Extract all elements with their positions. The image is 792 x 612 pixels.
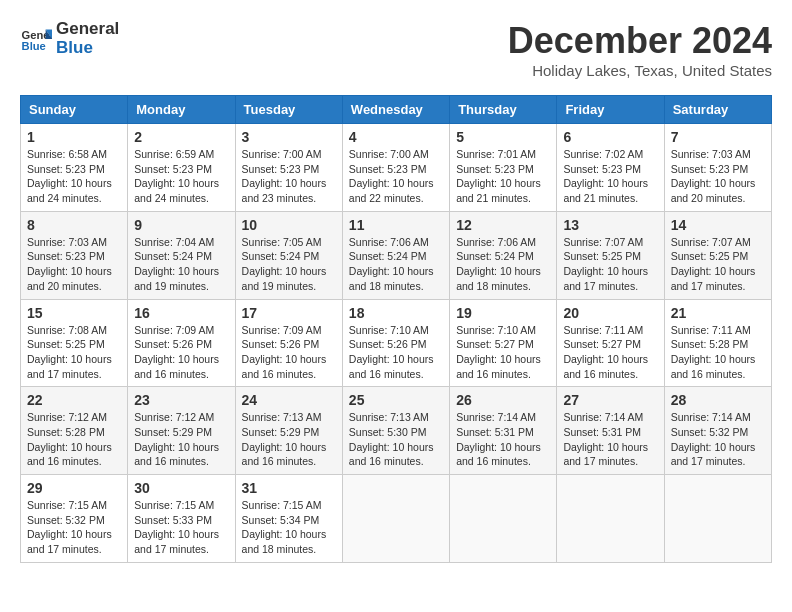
month-title: December 2024 [508, 20, 772, 62]
calendar-cell: 17 Sunrise: 7:09 AM Sunset: 5:26 PM Dayl… [235, 299, 342, 387]
calendar-header-monday: Monday [128, 96, 235, 124]
day-info: Sunrise: 7:10 AM Sunset: 5:27 PM Dayligh… [456, 323, 550, 382]
day-info: Sunrise: 7:00 AM Sunset: 5:23 PM Dayligh… [349, 147, 443, 206]
calendar-cell: 3 Sunrise: 7:00 AM Sunset: 5:23 PM Dayli… [235, 124, 342, 212]
calendar-cell: 20 Sunrise: 7:11 AM Sunset: 5:27 PM Dayl… [557, 299, 664, 387]
calendar-cell [664, 475, 771, 563]
day-number: 31 [242, 480, 336, 496]
day-info: Sunrise: 7:14 AM Sunset: 5:31 PM Dayligh… [563, 410, 657, 469]
day-number: 19 [456, 305, 550, 321]
calendar-cell: 29 Sunrise: 7:15 AM Sunset: 5:32 PM Dayl… [21, 475, 128, 563]
svg-text:Blue: Blue [22, 40, 46, 52]
calendar-cell [557, 475, 664, 563]
logo-line1: General [56, 20, 119, 39]
day-number: 26 [456, 392, 550, 408]
day-info: Sunrise: 7:00 AM Sunset: 5:23 PM Dayligh… [242, 147, 336, 206]
calendar-cell: 27 Sunrise: 7:14 AM Sunset: 5:31 PM Dayl… [557, 387, 664, 475]
calendar-header-thursday: Thursday [450, 96, 557, 124]
day-info: Sunrise: 6:59 AM Sunset: 5:23 PM Dayligh… [134, 147, 228, 206]
calendar-cell: 30 Sunrise: 7:15 AM Sunset: 5:33 PM Dayl… [128, 475, 235, 563]
location-title: Holiday Lakes, Texas, United States [508, 62, 772, 79]
day-info: Sunrise: 7:11 AM Sunset: 5:28 PM Dayligh… [671, 323, 765, 382]
calendar-cell: 15 Sunrise: 7:08 AM Sunset: 5:25 PM Dayl… [21, 299, 128, 387]
calendar-cell: 1 Sunrise: 6:58 AM Sunset: 5:23 PM Dayli… [21, 124, 128, 212]
day-info: Sunrise: 7:15 AM Sunset: 5:33 PM Dayligh… [134, 498, 228, 557]
day-number: 4 [349, 129, 443, 145]
calendar-header-row: SundayMondayTuesdayWednesdayThursdayFrid… [21, 96, 772, 124]
calendar-cell: 8 Sunrise: 7:03 AM Sunset: 5:23 PM Dayli… [21, 211, 128, 299]
logo: General Blue General Blue [20, 20, 119, 57]
calendar-header-saturday: Saturday [664, 96, 771, 124]
calendar-cell: 10 Sunrise: 7:05 AM Sunset: 5:24 PM Dayl… [235, 211, 342, 299]
day-info: Sunrise: 7:06 AM Sunset: 5:24 PM Dayligh… [349, 235, 443, 294]
day-number: 12 [456, 217, 550, 233]
day-info: Sunrise: 7:04 AM Sunset: 5:24 PM Dayligh… [134, 235, 228, 294]
day-info: Sunrise: 7:03 AM Sunset: 5:23 PM Dayligh… [671, 147, 765, 206]
calendar-cell: 18 Sunrise: 7:10 AM Sunset: 5:26 PM Dayl… [342, 299, 449, 387]
day-info: Sunrise: 7:14 AM Sunset: 5:31 PM Dayligh… [456, 410, 550, 469]
calendar-cell: 23 Sunrise: 7:12 AM Sunset: 5:29 PM Dayl… [128, 387, 235, 475]
day-number: 21 [671, 305, 765, 321]
calendar-week-1: 1 Sunrise: 6:58 AM Sunset: 5:23 PM Dayli… [21, 124, 772, 212]
day-number: 2 [134, 129, 228, 145]
calendar-cell [450, 475, 557, 563]
day-number: 11 [349, 217, 443, 233]
day-info: Sunrise: 7:10 AM Sunset: 5:26 PM Dayligh… [349, 323, 443, 382]
calendar-cell: 12 Sunrise: 7:06 AM Sunset: 5:24 PM Dayl… [450, 211, 557, 299]
day-info: Sunrise: 7:15 AM Sunset: 5:32 PM Dayligh… [27, 498, 121, 557]
day-info: Sunrise: 7:07 AM Sunset: 5:25 PM Dayligh… [671, 235, 765, 294]
day-number: 6 [563, 129, 657, 145]
day-number: 29 [27, 480, 121, 496]
day-info: Sunrise: 7:15 AM Sunset: 5:34 PM Dayligh… [242, 498, 336, 557]
calendar-week-5: 29 Sunrise: 7:15 AM Sunset: 5:32 PM Dayl… [21, 475, 772, 563]
day-number: 8 [27, 217, 121, 233]
day-info: Sunrise: 7:09 AM Sunset: 5:26 PM Dayligh… [134, 323, 228, 382]
calendar-cell: 25 Sunrise: 7:13 AM Sunset: 5:30 PM Dayl… [342, 387, 449, 475]
day-info: Sunrise: 7:01 AM Sunset: 5:23 PM Dayligh… [456, 147, 550, 206]
day-info: Sunrise: 7:08 AM Sunset: 5:25 PM Dayligh… [27, 323, 121, 382]
calendar-cell: 11 Sunrise: 7:06 AM Sunset: 5:24 PM Dayl… [342, 211, 449, 299]
day-number: 20 [563, 305, 657, 321]
day-info: Sunrise: 7:06 AM Sunset: 5:24 PM Dayligh… [456, 235, 550, 294]
page-wrapper: General Blue General Blue December 2024 … [20, 20, 772, 563]
day-number: 16 [134, 305, 228, 321]
day-info: Sunrise: 7:09 AM Sunset: 5:26 PM Dayligh… [242, 323, 336, 382]
calendar-cell: 9 Sunrise: 7:04 AM Sunset: 5:24 PM Dayli… [128, 211, 235, 299]
calendar-header-wednesday: Wednesday [342, 96, 449, 124]
calendar-week-3: 15 Sunrise: 7:08 AM Sunset: 5:25 PM Dayl… [21, 299, 772, 387]
day-info: Sunrise: 7:11 AM Sunset: 5:27 PM Dayligh… [563, 323, 657, 382]
day-info: Sunrise: 7:14 AM Sunset: 5:32 PM Dayligh… [671, 410, 765, 469]
calendar-cell: 4 Sunrise: 7:00 AM Sunset: 5:23 PM Dayli… [342, 124, 449, 212]
calendar-header-friday: Friday [557, 96, 664, 124]
day-number: 28 [671, 392, 765, 408]
header: General Blue General Blue December 2024 … [20, 20, 772, 79]
calendar-cell: 6 Sunrise: 7:02 AM Sunset: 5:23 PM Dayli… [557, 124, 664, 212]
calendar-cell: 19 Sunrise: 7:10 AM Sunset: 5:27 PM Dayl… [450, 299, 557, 387]
day-info: Sunrise: 7:13 AM Sunset: 5:29 PM Dayligh… [242, 410, 336, 469]
day-number: 1 [27, 129, 121, 145]
calendar-cell: 2 Sunrise: 6:59 AM Sunset: 5:23 PM Dayli… [128, 124, 235, 212]
calendar-table: SundayMondayTuesdayWednesdayThursdayFrid… [20, 95, 772, 563]
day-number: 24 [242, 392, 336, 408]
calendar-cell: 5 Sunrise: 7:01 AM Sunset: 5:23 PM Dayli… [450, 124, 557, 212]
day-info: Sunrise: 7:05 AM Sunset: 5:24 PM Dayligh… [242, 235, 336, 294]
day-info: Sunrise: 7:12 AM Sunset: 5:29 PM Dayligh… [134, 410, 228, 469]
day-number: 7 [671, 129, 765, 145]
calendar-cell [342, 475, 449, 563]
calendar-week-2: 8 Sunrise: 7:03 AM Sunset: 5:23 PM Dayli… [21, 211, 772, 299]
day-info: Sunrise: 7:12 AM Sunset: 5:28 PM Dayligh… [27, 410, 121, 469]
day-number: 17 [242, 305, 336, 321]
calendar-cell: 28 Sunrise: 7:14 AM Sunset: 5:32 PM Dayl… [664, 387, 771, 475]
day-number: 13 [563, 217, 657, 233]
calendar-cell: 16 Sunrise: 7:09 AM Sunset: 5:26 PM Dayl… [128, 299, 235, 387]
day-number: 9 [134, 217, 228, 233]
day-number: 30 [134, 480, 228, 496]
day-info: Sunrise: 7:13 AM Sunset: 5:30 PM Dayligh… [349, 410, 443, 469]
calendar-cell: 21 Sunrise: 7:11 AM Sunset: 5:28 PM Dayl… [664, 299, 771, 387]
day-number: 18 [349, 305, 443, 321]
title-section: December 2024 Holiday Lakes, Texas, Unit… [508, 20, 772, 79]
calendar-cell: 24 Sunrise: 7:13 AM Sunset: 5:29 PM Dayl… [235, 387, 342, 475]
day-info: Sunrise: 7:02 AM Sunset: 5:23 PM Dayligh… [563, 147, 657, 206]
day-number: 27 [563, 392, 657, 408]
day-info: Sunrise: 7:07 AM Sunset: 5:25 PM Dayligh… [563, 235, 657, 294]
